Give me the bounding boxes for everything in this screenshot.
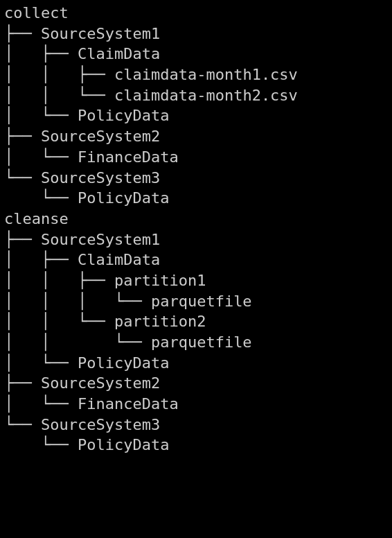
tree-node-name: ClaimData [78, 251, 160, 268]
tree-node-name: PolicyData [78, 107, 169, 124]
tree-line: ├── SourceSystem1 [4, 24, 392, 44]
tree-line: │ │ └── partition2 [4, 311, 392, 332]
tree-branch-prefix: │ └── [4, 148, 78, 166]
tree-line: │ │ │ └── parquetfile [4, 291, 392, 312]
tree-line: └── SourceSystem3 [4, 415, 392, 435]
tree-branch-prefix: ├── [4, 128, 41, 145]
tree-line: cleanse [4, 209, 392, 229]
tree-line: │ └── PolicyData [4, 105, 392, 126]
tree-branch-prefix: │ │ └── [4, 333, 151, 351]
tree-line: │ │ ├── partition1 [4, 270, 392, 291]
tree-line: collect [4, 3, 392, 24]
tree-branch-prefix: │ │ └── [4, 313, 114, 330]
tree-node-name: SourceSystem2 [41, 128, 160, 145]
tree-node-name: partition1 [114, 272, 206, 289]
tree-node-name: claimdata-month2.csv [114, 87, 298, 104]
tree-branch-prefix: │ │ └── [4, 87, 114, 104]
tree-node-name: claimdata-month1.csv [114, 66, 298, 83]
tree-branch-prefix: │ ├── [4, 45, 78, 62]
tree-branch-prefix: │ │ │ └── [4, 293, 151, 310]
tree-line: │ └── FinanceData [4, 147, 392, 168]
tree-branch-prefix: └── [4, 416, 41, 433]
tree-node-name: SourceSystem2 [41, 374, 160, 392]
tree-node-name: cleanse [4, 210, 69, 227]
tree-node-name: SourceSystem3 [41, 416, 160, 433]
tree-line: │ ├── ClaimData [4, 250, 392, 270]
tree-line: │ └── PolicyData [4, 353, 392, 374]
tree-node-name: ClaimData [78, 45, 160, 62]
tree-node-name: FinanceData [78, 148, 179, 166]
tree-branch-prefix: │ │ ├── [4, 272, 114, 289]
tree-node-name: SourceSystem1 [41, 231, 160, 248]
tree-branch-prefix: │ ├── [4, 251, 78, 268]
tree-line: │ │ ├── claimdata-month1.csv [4, 64, 392, 85]
tree-line: ├── SourceSystem2 [4, 126, 392, 147]
tree-node-name: PolicyData [78, 354, 169, 372]
tree-branch-prefix: │ └── [4, 395, 78, 413]
tree-branch-prefix: └── [4, 436, 78, 453]
tree-node-name: parquetfile [151, 293, 252, 310]
tree-line: │ │ └── parquetfile [4, 332, 392, 353]
tree-branch-prefix: │ └── [4, 354, 78, 372]
tree-node-name: collect [4, 4, 69, 21]
terminal-output: collect├── SourceSystem1│ ├── ClaimData│… [0, 0, 392, 455]
tree-node-name: FinanceData [78, 395, 179, 413]
tree-line: │ ├── ClaimData [4, 44, 392, 64]
tree-branch-prefix: └── [4, 169, 41, 186]
tree-branch-prefix: │ │ ├── [4, 66, 114, 83]
tree-node-name: SourceSystem3 [41, 169, 160, 186]
tree-node-name: PolicyData [78, 189, 169, 207]
tree-line: ├── SourceSystem2 [4, 373, 392, 394]
tree-branch-prefix: ├── [4, 25, 41, 42]
tree-branch-prefix: ├── [4, 231, 41, 248]
tree-branch-prefix: │ └── [4, 107, 78, 124]
tree-node-name: PolicyData [78, 436, 169, 453]
tree-line: │ └── FinanceData [4, 394, 392, 415]
tree-branch-prefix: └── [4, 189, 78, 207]
tree-line: │ │ └── claimdata-month2.csv [4, 85, 392, 106]
tree-line: └── PolicyData [4, 435, 392, 455]
tree-line: └── PolicyData [4, 188, 392, 209]
tree-node-name: SourceSystem1 [41, 25, 160, 42]
tree-branch-prefix: ├── [4, 374, 41, 392]
tree-line: ├── SourceSystem1 [4, 229, 392, 250]
tree-line: └── SourceSystem3 [4, 168, 392, 189]
tree-node-name: parquetfile [151, 333, 252, 351]
tree-node-name: partition2 [114, 313, 206, 330]
